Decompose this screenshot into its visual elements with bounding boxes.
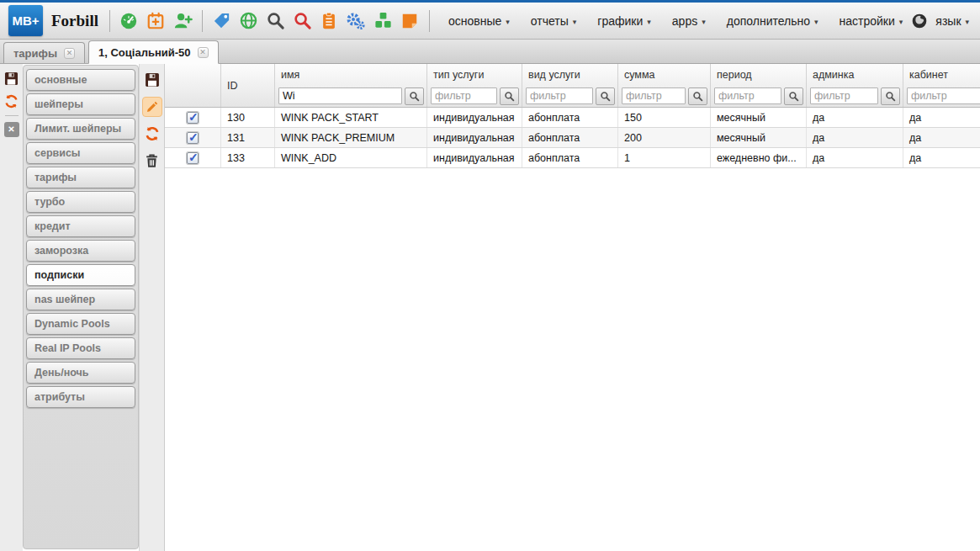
- column-name-label: имя: [275, 64, 426, 86]
- tab-close-icon[interactable]: [64, 48, 75, 59]
- sum-cell: 200: [618, 128, 711, 147]
- menu-apps[interactable]: apps: [672, 14, 706, 28]
- sidebar-item-osnovnye[interactable]: основные: [26, 69, 135, 91]
- refresh-icon[interactable]: [3, 93, 20, 109]
- app-name: Forbill: [51, 12, 98, 30]
- divider: [5, 115, 19, 116]
- sum-cell: 150: [618, 108, 711, 127]
- column-sum[interactable]: сумма: [618, 64, 711, 107]
- search-filter-button[interactable]: [688, 87, 707, 105]
- sum-filter-input[interactable]: [622, 87, 686, 104]
- name-cell: WINK PACK_PREMIUM: [275, 128, 427, 147]
- sidebar-item-kredit[interactable]: кредит: [26, 215, 135, 237]
- delete-icon[interactable]: [142, 151, 162, 171]
- sidebar-item-nas-sheyper[interactable]: nas шейпер: [26, 289, 135, 310]
- refresh-icon[interactable]: [142, 124, 162, 144]
- id-cell: 130: [221, 108, 275, 127]
- column-cabinet[interactable]: кабинет: [903, 64, 980, 107]
- menu-otchety[interactable]: отчеты: [531, 14, 577, 28]
- column-name[interactable]: имя: [275, 64, 427, 107]
- column-service-kind-label: вид услуги: [522, 64, 617, 86]
- save-icon[interactable]: [3, 70, 20, 87]
- menu-grafiki[interactable]: графики: [597, 14, 651, 28]
- sidebar-item-podpiski[interactable]: подписки: [26, 264, 135, 286]
- edit-icon[interactable]: [142, 97, 162, 117]
- tabbar: тарифы 1, Соціальний-50: [0, 40, 980, 64]
- tag-icon[interactable]: [211, 10, 232, 31]
- name-cell: WINK PACK_START: [275, 108, 427, 127]
- row-checkbox[interactable]: [187, 112, 199, 124]
- row-checkbox[interactable]: [187, 132, 199, 144]
- menu-dopolnitelno[interactable]: дополнительно: [727, 14, 818, 28]
- language-globe-icon[interactable]: [908, 10, 930, 31]
- row-select-cell: [165, 108, 221, 127]
- sidebar-item-sheypery[interactable]: шейперы: [26, 93, 135, 115]
- service-kind-filter-input[interactable]: [526, 87, 593, 104]
- service-kind-cell: абонплата: [522, 128, 618, 147]
- divider: [202, 10, 203, 32]
- sidebar-item-limit-sheypery[interactable]: Лимит. шейперы: [26, 118, 135, 140]
- id-cell: 133: [221, 148, 275, 167]
- tasks-icon[interactable]: [319, 10, 340, 31]
- row-select-cell: [165, 128, 221, 147]
- sidebar-item-turbo[interactable]: турбо: [26, 191, 135, 213]
- column-id[interactable]: ID: [221, 64, 275, 107]
- app-logo[interactable]: MB+: [8, 5, 43, 36]
- modules-icon[interactable]: [373, 10, 394, 31]
- service-type-filter-input[interactable]: [431, 87, 497, 104]
- search-filter-button[interactable]: [784, 87, 803, 105]
- close-icon[interactable]: [4, 122, 19, 137]
- admin-cell: да: [807, 148, 903, 167]
- calendar-add-icon[interactable]: [146, 10, 167, 31]
- cabinet-cell: да: [903, 128, 980, 147]
- tab-tarify[interactable]: тарифы: [3, 42, 85, 63]
- search-filter-button[interactable]: [596, 87, 615, 105]
- column-period[interactable]: период: [711, 64, 807, 107]
- grid-toolbar: [139, 64, 165, 551]
- column-admin[interactable]: админка: [807, 64, 903, 107]
- save-icon[interactable]: [142, 70, 162, 90]
- sidebar-item-atributy[interactable]: атрибуты: [26, 386, 135, 408]
- search-filter-button[interactable]: [500, 87, 519, 105]
- admin-cell: да: [807, 128, 903, 147]
- row-checkbox[interactable]: [187, 152, 199, 164]
- search-filter-button[interactable]: [881, 87, 900, 105]
- sidebar-item-servisy[interactable]: сервисы: [26, 142, 135, 164]
- sidebar-item-den-noch[interactable]: День/ночь: [26, 362, 135, 384]
- tab-label: 1, Соціальний-50: [98, 46, 191, 59]
- admin-filter-input[interactable]: [810, 87, 878, 104]
- main-menu: основные отчеты графики apps дополнитель…: [448, 14, 903, 28]
- search-advanced-icon[interactable]: [292, 10, 313, 31]
- sidebar-item-tarify[interactable]: тарифы: [26, 167, 135, 188]
- sidebar-item-real-ip-pools[interactable]: Real IP Pools: [26, 337, 135, 359]
- globe-icon[interactable]: [238, 10, 259, 31]
- service-type-cell: индивидуальная: [427, 148, 522, 167]
- tab-socialniy-50[interactable]: 1, Соціальний-50: [88, 40, 219, 64]
- sidebar-item-dynamic-pools[interactable]: Dynamic Pools: [26, 313, 135, 335]
- table-row[interactable]: 133 WINK_ADD индивидуальная абонплата 1 …: [165, 148, 980, 168]
- period-filter-input[interactable]: [714, 87, 781, 104]
- column-select: [165, 64, 221, 107]
- column-id-label: ID: [221, 80, 274, 92]
- search-icon[interactable]: [265, 10, 286, 31]
- search-filter-button[interactable]: [405, 87, 424, 105]
- menu-nastroyki[interactable]: настройки: [840, 14, 903, 28]
- table-row[interactable]: 130 WINK PACK_START индивидуальная абонп…: [165, 108, 980, 128]
- dashboard-icon[interactable]: [119, 10, 140, 31]
- panel-actions: [0, 64, 23, 551]
- table-row[interactable]: 131 WINK PACK_PREMIUM индивидуальная або…: [165, 128, 980, 148]
- column-service-type[interactable]: тип услуги: [427, 64, 522, 107]
- cabinet-cell: да: [903, 148, 980, 167]
- name-filter-input[interactable]: [278, 87, 402, 104]
- language-menu[interactable]: язык: [935, 14, 969, 28]
- user-add-icon[interactable]: [172, 10, 193, 31]
- gears-icon[interactable]: [346, 10, 367, 31]
- cabinet-cell: да: [903, 108, 980, 127]
- note-icon[interactable]: [400, 10, 421, 31]
- column-service-kind[interactable]: вид услуги: [522, 64, 618, 107]
- cabinet-filter-input[interactable]: [907, 87, 980, 104]
- grid-area: ID имя тип услуги: [165, 64, 980, 551]
- tab-close-icon[interactable]: [198, 47, 209, 58]
- menu-osnovnye[interactable]: основные: [448, 14, 510, 28]
- sidebar-item-zamorozka[interactable]: заморозка: [26, 240, 135, 262]
